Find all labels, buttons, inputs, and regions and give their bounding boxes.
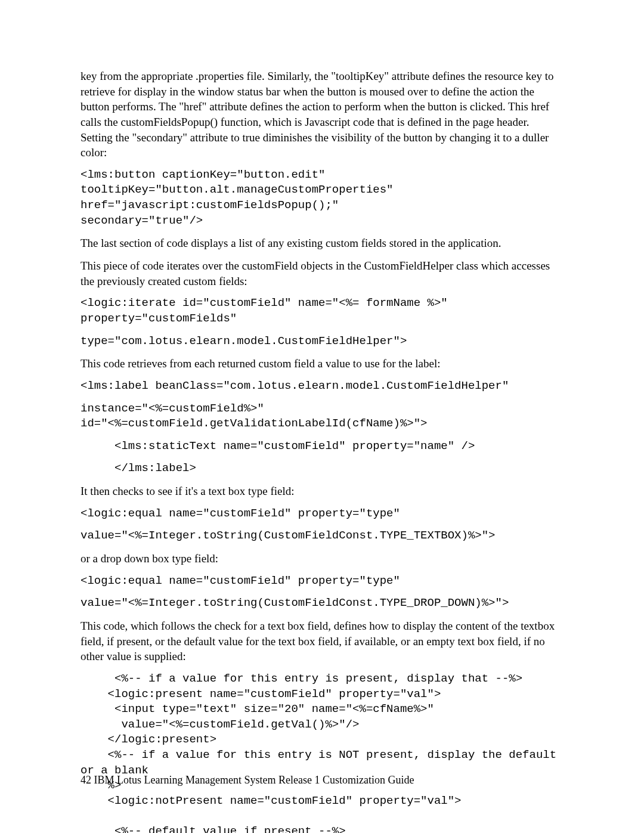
code-block: </lms:label> — [80, 461, 564, 476]
footer-title: IBM Lotus Learning Management System Rel… — [94, 774, 414, 786]
paragraph: This code retrieves from each returned c… — [80, 356, 564, 371]
code-block: <lms:staticText name="customField" prope… — [80, 439, 564, 454]
paragraph: or a drop down box type field: — [80, 551, 564, 566]
code-block: type="com.lotus.elearn.model.CustomField… — [80, 334, 564, 349]
page-footer: 42 IBM Lotus Learning Management System … — [80, 774, 414, 786]
page-number: 42 — [80, 774, 91, 786]
code-block: instance="<%=customField%>" id="<%=custo… — [80, 401, 564, 432]
code-block: <lms:label beanClass="com.lotus.elearn.m… — [80, 379, 564, 394]
code-block: value="<%=Integer.toString(CustomFieldCo… — [80, 528, 564, 544]
paragraph: The last section of code displays a list… — [80, 236, 564, 251]
paragraph: It then checks to see if it's a text box… — [80, 484, 564, 499]
code-block: <logic:iterate id="customField" name="<%… — [80, 296, 564, 326]
paragraph: This piece of code iterates over the cus… — [80, 258, 564, 289]
document-page: key from the appropriate .properties fil… — [0, 0, 644, 833]
code-block: <logic:equal name="customField" property… — [80, 506, 564, 522]
code-block: <logic:equal name="customField" property… — [80, 574, 564, 589]
paragraph: This code, which follows the check for a… — [80, 618, 564, 664]
code-block: <lms:button captionKey="button.edit" too… — [80, 168, 564, 229]
paragraph: key from the appropriate .properties fil… — [80, 69, 564, 160]
code-block: <%-- if a value for this entry is presen… — [80, 671, 564, 833]
code-block: value="<%=Integer.toString(CustomFieldCo… — [80, 596, 564, 611]
